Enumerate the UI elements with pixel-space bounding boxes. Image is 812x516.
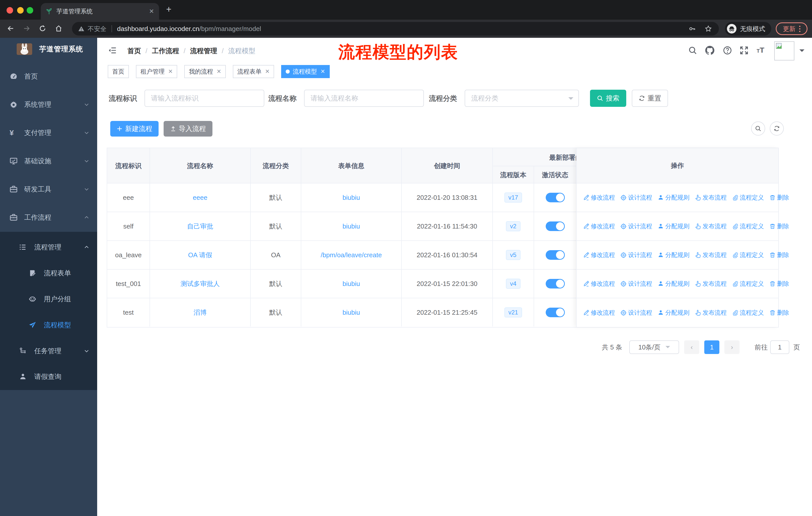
tag-process-model-active[interactable]: 流程模型✕	[281, 65, 329, 78]
design-process-link[interactable]: 设计流程	[620, 251, 652, 259]
create-process-button[interactable]: 新建流程	[110, 121, 158, 137]
process-definition-link[interactable]: 流程定义	[732, 280, 764, 288]
cell-form-link[interactable]: biubiu	[301, 298, 402, 327]
design-process-link[interactable]: 设计流程	[620, 280, 652, 288]
security-label[interactable]: 不安全	[88, 25, 107, 33]
assign-rule-link[interactable]: 分配规则	[658, 280, 689, 288]
edit-process-link[interactable]: 修改流程	[583, 193, 615, 201]
font-size-icon[interactable]: TT	[757, 45, 764, 55]
tag-tenant[interactable]: 租户管理✕	[136, 65, 177, 78]
version-badge[interactable]: v17	[504, 192, 522, 202]
header-search-icon[interactable]	[688, 46, 697, 55]
publish-process-link[interactable]: 发布流程	[695, 222, 727, 230]
process-definition-link[interactable]: 流程定义	[732, 193, 764, 201]
cell-form-link[interactable]: biubiu	[301, 270, 402, 298]
new-tab-button[interactable]: +	[166, 4, 171, 15]
address-bar[interactable]: 不安全 dashboard.yudao.iocoder.cn/bpm/manag…	[72, 22, 719, 35]
breadcrumb-home[interactable]: 首页	[127, 46, 141, 55]
tag-close-icon[interactable]: ✕	[168, 65, 173, 78]
import-process-button[interactable]: 导入流程	[164, 121, 212, 137]
design-process-link[interactable]: 设计流程	[620, 222, 652, 230]
activation-toggle[interactable]	[546, 279, 565, 289]
assign-rule-link[interactable]: 分配规则	[658, 222, 689, 230]
delete-link[interactable]: 删除	[770, 193, 789, 201]
mac-minimize-button[interactable]	[17, 7, 24, 13]
edit-process-link[interactable]: 修改流程	[583, 280, 615, 288]
publish-process-link[interactable]: 发布流程	[695, 251, 727, 259]
sidebar-item-process-form[interactable]: 流程表单	[0, 260, 97, 286]
breadcrumb-process-mgmt[interactable]: 流程管理	[190, 46, 217, 55]
activation-toggle[interactable]	[546, 193, 565, 202]
sidebar-item-home[interactable]: 首页	[0, 62, 97, 90]
sidebar-item-system[interactable]: 系统管理	[0, 90, 97, 119]
edit-process-link[interactable]: 修改流程	[583, 222, 615, 230]
reload-icon[interactable]	[39, 25, 46, 32]
avatar[interactable]	[774, 41, 794, 60]
sidebar-logo-row[interactable]: 芋道管理系统	[0, 41, 97, 59]
delete-link[interactable]: 删除	[770, 251, 789, 259]
assign-rule-link[interactable]: 分配规则	[658, 251, 689, 259]
back-icon[interactable]	[7, 25, 14, 32]
tag-close-icon[interactable]: ✕	[265, 65, 269, 78]
refresh-table-button[interactable]	[770, 121, 784, 136]
home-icon[interactable]	[55, 25, 62, 32]
bookmark-star-icon[interactable]	[705, 25, 712, 32]
process-category-select[interactable]: 流程分类	[465, 90, 579, 107]
browser-menu-icon[interactable]	[799, 26, 801, 32]
cell-process-name-link[interactable]: 滔博	[150, 298, 251, 327]
process-definition-link[interactable]: 流程定义	[732, 222, 764, 230]
assign-rule-link[interactable]: 分配规则	[658, 309, 689, 317]
browser-tab[interactable]: 芋道管理系统 ✕	[41, 3, 159, 20]
tag-close-icon[interactable]: ✕	[216, 65, 221, 78]
reset-button[interactable]: 重置	[632, 90, 668, 107]
sidebar-item-pay[interactable]: ¥ 支付管理	[0, 119, 97, 147]
sidebar-item-task-mgmt[interactable]: 任务管理	[0, 338, 97, 364]
activation-toggle[interactable]	[546, 308, 565, 317]
cell-process-name-link[interactable]: OA 请假	[150, 241, 251, 269]
activation-toggle[interactable]	[546, 250, 565, 260]
cell-process-name-link[interactable]: 自己审批	[150, 212, 251, 240]
cell-form-link[interactable]: biubiu	[301, 184, 402, 212]
activation-toggle[interactable]	[546, 221, 565, 231]
publish-process-link[interactable]: 发布流程	[695, 193, 727, 201]
publish-process-link[interactable]: 发布流程	[695, 309, 727, 317]
cell-form-link[interactable]: /bpm/oa/leave/create	[301, 241, 402, 269]
mac-zoom-button[interactable]	[27, 7, 33, 13]
chrome-update-button[interactable]: 更新	[776, 22, 808, 35]
password-key-icon[interactable]	[689, 25, 696, 32]
sidebar-item-process-model[interactable]: 流程模型	[0, 312, 97, 338]
assign-rule-link[interactable]: 分配规则	[658, 193, 689, 201]
sidebar-item-leave-query[interactable]: 请假查询	[0, 364, 97, 390]
sidebar-collapse-icon[interactable]	[108, 46, 117, 55]
tag-my-process[interactable]: 我的流程✕	[184, 65, 226, 78]
sidebar-item-user-group[interactable]: 用户分组	[0, 286, 97, 312]
tag-process-form[interactable]: 流程表单✕	[233, 65, 274, 78]
sidebar-item-process-mgmt[interactable]: 流程管理	[0, 234, 97, 260]
page-1-button[interactable]: 1	[704, 341, 719, 354]
cell-process-name-link[interactable]: 测试多审批人	[150, 270, 251, 298]
prev-page-button[interactable]: ‹	[684, 341, 699, 354]
process-definition-link[interactable]: 流程定义	[732, 251, 764, 259]
cell-process-name-link[interactable]: eeee	[150, 184, 251, 212]
goto-page-input[interactable]: 1	[770, 341, 789, 354]
github-icon[interactable]	[705, 46, 714, 55]
sidebar-item-devtool[interactable]: 研发工具	[0, 175, 97, 203]
next-page-button[interactable]: ›	[724, 341, 740, 354]
publish-process-link[interactable]: 发布流程	[695, 280, 727, 288]
version-badge[interactable]: v2	[506, 221, 520, 231]
edit-process-link[interactable]: 修改流程	[583, 251, 615, 259]
tag-close-icon[interactable]: ✕	[320, 65, 325, 78]
version-badge[interactable]: v5	[506, 250, 520, 260]
mac-close-button[interactable]	[6, 7, 13, 13]
help-icon[interactable]	[723, 46, 732, 55]
version-badge[interactable]: v4	[506, 279, 520, 289]
design-process-link[interactable]: 设计流程	[620, 309, 652, 317]
version-badge[interactable]: v21	[504, 307, 522, 318]
tab-close-icon[interactable]: ✕	[149, 8, 154, 15]
delete-link[interactable]: 删除	[770, 222, 789, 230]
process-key-input[interactable]: 请输入流程标识	[144, 90, 264, 107]
show-search-toggle-button[interactable]	[751, 121, 765, 136]
avatar-caret-down-icon[interactable]	[800, 49, 805, 54]
sidebar-item-infra[interactable]: 基础设施	[0, 147, 97, 175]
forward-icon[interactable]	[23, 25, 30, 32]
